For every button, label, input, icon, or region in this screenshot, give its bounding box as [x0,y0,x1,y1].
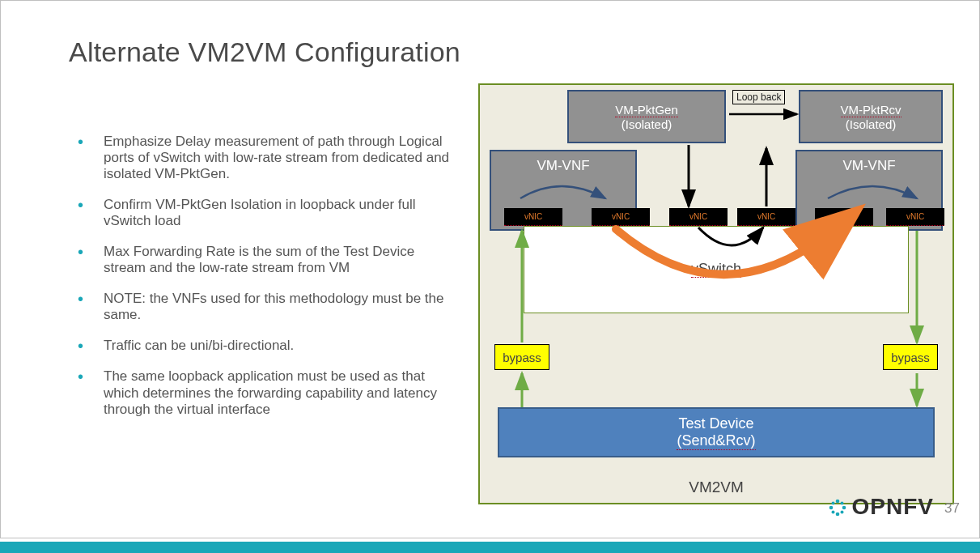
bullet-item: Emphasize Delay measurement of path thro… [78,134,450,182]
slide-title: Alternate VM2VM Configuration [69,36,460,68]
logo-opnfv: OPNFV [828,494,934,520]
vnic: vNIC [504,208,562,226]
label: VM-VNF [491,158,635,174]
diagram-vm2vm: VM-PktGen (Isolated) VM-PktRcv (Isolated… [478,83,954,504]
label: VM-PktGen [615,103,678,117]
label: VM-PktRcv [841,103,902,117]
box-test-device: Test Device (Send&Rcv) [498,407,935,457]
slide-inner: Alternate VM2VM Configuration Emphasize … [0,0,980,538]
svg-point-5 [840,502,843,505]
svg-point-7 [840,511,843,514]
svg-point-2 [829,506,833,510]
bullet-item: Traffic can be uni/bi-directional. [78,338,450,354]
vnic: vNIC [815,208,873,226]
slide: Alternate VM2VM Configuration Emphasize … [0,0,980,553]
box-vm-pktrcv: VM-PktRcv (Isolated) [799,90,943,143]
vnic: vNIC [737,208,795,226]
label: (Isolated) [622,117,672,131]
logo-text: OPNFV [852,494,934,520]
label: VM-VNF [797,158,941,174]
bullet-item: Max Forwarding Rate is the sum of the Te… [78,244,450,276]
label: (Isolated) [846,117,897,131]
bullet-item: Confirm VM-PktGen Isolation in loopback … [78,197,450,229]
svg-point-4 [831,502,834,505]
loopback-label: Loop back [732,90,785,104]
bullet-list: Emphasize Delay measurement of path thro… [78,134,450,432]
vnic: vNIC [592,208,650,226]
page-number: 37 [944,500,960,517]
label: vSwitch [524,261,908,278]
label: Test Device [678,415,753,432]
footer-accent-bar [0,542,980,553]
logo-mark-icon [828,497,847,517]
box-vm-pktgen: VM-PktGen (Isolated) [567,90,726,143]
bullet-item: The same loopback application must be us… [78,368,450,417]
vnic: vNIC [669,208,728,226]
svg-point-3 [842,506,846,510]
box-vswitch: vSwitch [524,226,909,313]
label: (Send&Rcv) [677,432,755,450]
svg-point-6 [831,511,834,514]
bypass-right: bypass [883,344,938,370]
bypass-left: bypass [494,344,549,370]
svg-point-1 [835,513,839,517]
svg-point-0 [835,500,839,504]
bullet-item: NOTE: the VNFs used for this methodology… [78,291,450,323]
vnic: vNIC [886,208,944,226]
